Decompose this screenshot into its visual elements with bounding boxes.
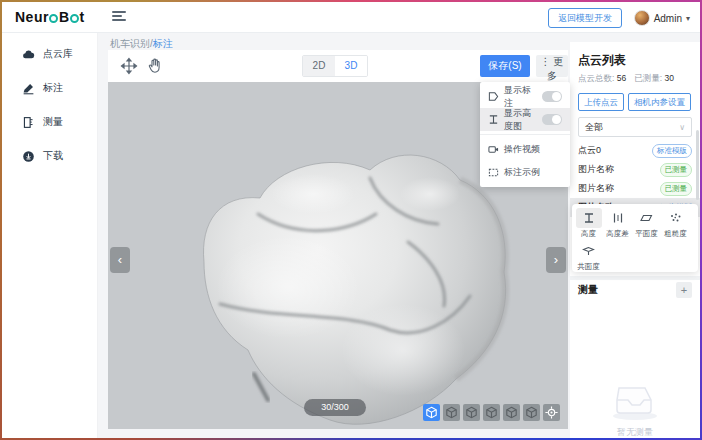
menu-item-tutorial-video[interactable]: 操作视频 <box>480 138 570 161</box>
download-icon <box>22 150 35 163</box>
filter-value: 全部 <box>585 121 603 134</box>
tool-coplanarity[interactable]: 共面度 <box>574 241 603 272</box>
item-name: 图片名称 <box>578 163 614 176</box>
breadcrumb: 机车识别/标注 <box>110 37 173 51</box>
list-item[interactable]: 点云0 标准模版 <box>570 141 700 160</box>
list-item[interactable]: 图片名称 已测量 <box>570 179 700 198</box>
menu-item-show-annotations[interactable]: 显示标注 <box>480 85 570 108</box>
chevron-down-icon: ∨ <box>679 123 685 132</box>
sidebar: 点云库 标注 测量 下载 <box>2 33 98 438</box>
tool-roughness[interactable]: 粗糙度 <box>661 208 690 239</box>
sidebar-item-label: 点云库 <box>43 47 73 61</box>
tool-flatness[interactable]: 平面度 <box>632 208 661 239</box>
show-annotations-toggle[interactable] <box>542 91 562 102</box>
panel-title: 点云列表 <box>570 42 700 71</box>
recenter-button[interactable] <box>543 404 560 421</box>
pen-icon <box>22 82 35 95</box>
template-badge: 标准模版 <box>652 144 692 158</box>
breadcrumb-section[interactable]: 机车识别 <box>110 38 150 49</box>
mode-2d-button[interactable]: 2D <box>303 56 335 76</box>
hand-tool-icon[interactable] <box>146 57 164 75</box>
sidebar-item-download[interactable]: 下载 <box>2 143 97 169</box>
total-label: 点云总数: <box>578 73 614 83</box>
view-front-button[interactable] <box>443 404 460 421</box>
canvas-toolbar: 2D 3D 保存(S) ⋮ 更多 <box>108 50 568 82</box>
user-name: Admin <box>654 13 682 24</box>
more-dropdown-menu: 显示标注 显示高度图 操作视频 标注示例 <box>480 82 570 187</box>
sidebar-item-annotate[interactable]: 标注 <box>2 75 97 101</box>
label-icon <box>488 91 499 102</box>
sidebar-item-pointcloud-library[interactable]: 点云库 <box>2 41 97 67</box>
save-button[interactable]: 保存(S) <box>480 55 530 77</box>
next-image-button[interactable]: › <box>546 247 566 273</box>
ruler-icon <box>22 116 35 129</box>
header: NeurBt 返回模型开发 Admin ▾ <box>2 2 700 33</box>
menu-item-label: 标注示例 <box>504 166 562 179</box>
sidebar-item-measure[interactable]: 测量 <box>2 109 97 135</box>
measured-badge: 已测量 <box>660 182 693 196</box>
tool-label: 平面度 <box>635 229 658 239</box>
avatar <box>634 10 650 26</box>
panel-scrollbar[interactable] <box>696 130 699 200</box>
show-heightmap-toggle[interactable] <box>542 114 562 125</box>
menu-item-label: 操作视频 <box>504 143 562 156</box>
menu-item-label: 显示高度图 <box>504 107 537 133</box>
item-name: 点云0 <box>578 144 601 157</box>
measure-tools-popup: 高度 高度差 平面度 粗糙度 共面度 <box>572 204 698 272</box>
tool-height[interactable]: 高度 <box>574 208 603 239</box>
tool-label: 粗糙度 <box>664 229 687 239</box>
cloud-icon <box>22 48 35 61</box>
view-left-button[interactable] <box>483 404 500 421</box>
coplanarity-tool-icon <box>576 241 602 261</box>
list-item[interactable]: 图片名称 已测量 <box>570 160 700 179</box>
view-preset-buttons <box>423 404 560 421</box>
flatness-tool-icon <box>634 208 660 228</box>
add-measure-button[interactable]: + <box>676 282 692 298</box>
camera-params-button[interactable]: 相机内参设置 <box>628 93 691 111</box>
image-counter: 30/300 <box>304 399 366 416</box>
logo-text: t <box>80 9 85 25</box>
more-dots-icon: ⋮ <box>541 56 551 67</box>
measured-badge: 已测量 <box>660 163 693 177</box>
prev-image-button[interactable]: ‹ <box>110 247 130 273</box>
roughness-tool-icon <box>663 208 689 228</box>
panel-stats: 点云总数: 56 已测量: 30 <box>570 71 700 87</box>
upload-pointcloud-button[interactable]: 上传点云 <box>578 93 624 111</box>
panel-buttons: 上传点云 相机内参设置 <box>570 87 700 115</box>
gear-icon <box>49 14 58 23</box>
measured-value: 30 <box>664 73 673 83</box>
sidebar-collapse-icon[interactable] <box>112 11 126 23</box>
tool-label: 高度 <box>581 229 596 239</box>
dimension-toggle: 2D 3D <box>302 55 368 77</box>
height-diff-tool-icon <box>605 208 631 228</box>
logo-text: B <box>59 9 70 25</box>
menu-item-show-heightmap[interactable]: 显示高度图 <box>480 108 570 131</box>
total-value: 56 <box>617 73 626 83</box>
gradient-frame: NeurBt 返回模型开发 Admin ▾ 点云库 标注 测量 下载 机车识别/… <box>0 0 702 440</box>
view-top-button[interactable] <box>523 404 540 421</box>
measured-label: 已测量: <box>634 73 662 83</box>
menu-item-annotation-example[interactable]: 标注示例 <box>480 161 570 184</box>
item-name: 图片名称 <box>578 182 614 195</box>
app-logo: NeurBt <box>15 9 85 25</box>
sidebar-item-label: 测量 <box>43 115 63 129</box>
mode-3d-button[interactable]: 3D <box>335 56 367 76</box>
gear-icon <box>70 14 79 23</box>
more-button[interactable]: ⋮ 更多 <box>536 55 568 77</box>
empty-text: 暂无测量 <box>570 426 700 438</box>
sidebar-item-label: 下载 <box>43 149 63 163</box>
app-window: NeurBt 返回模型开发 Admin ▾ 点云库 标注 测量 下载 机车识别/… <box>2 2 700 438</box>
move-tool-icon[interactable] <box>120 57 138 75</box>
empty-box-icon <box>607 380 663 422</box>
filter-select[interactable]: 全部 ∨ <box>578 117 692 137</box>
height-icon <box>488 114 499 125</box>
view-right-button[interactable] <box>503 404 520 421</box>
tool-height-diff[interactable]: 高度差 <box>603 208 632 239</box>
user-menu[interactable]: Admin ▾ <box>634 8 690 28</box>
back-to-model-dev-button[interactable]: 返回模型开发 <box>548 8 622 28</box>
view-back-button[interactable] <box>463 404 480 421</box>
measure-section-header: 测量 + <box>570 276 700 300</box>
menu-divider <box>480 134 570 135</box>
view-iso-button[interactable] <box>423 404 440 421</box>
tool-label: 高度差 <box>606 229 629 239</box>
